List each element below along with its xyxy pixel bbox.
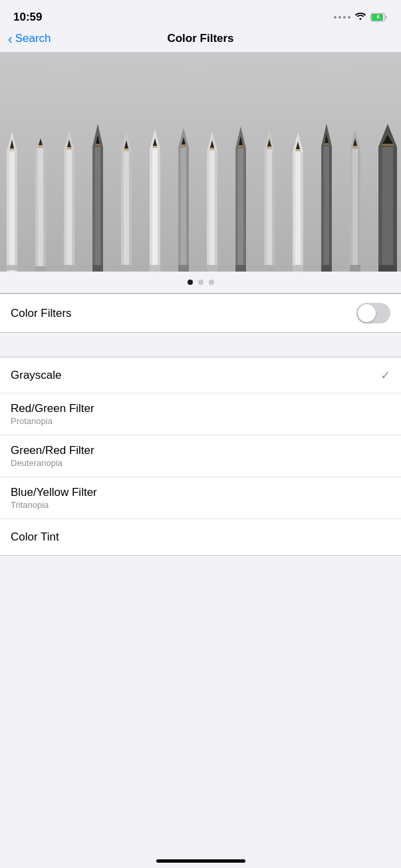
svg-rect-39 — [121, 265, 132, 272]
svg-rect-102 — [378, 265, 397, 272]
indicator-dot-2 — [198, 280, 203, 285]
svg-rect-9 — [7, 152, 9, 272]
svg-rect-74 — [264, 265, 275, 272]
svg-rect-100 — [378, 147, 382, 272]
svg-rect-101 — [393, 147, 397, 272]
svg-rect-59 — [215, 151, 217, 272]
filter-row-grayscale[interactable]: Grayscale ✓ — [0, 357, 401, 393]
filter-sublabel-green-red: Deuteranopia — [11, 458, 94, 468]
svg-rect-79 — [293, 152, 295, 272]
color-filters-row: Color Filters — [0, 294, 401, 332]
svg-rect-88 — [321, 265, 332, 272]
page-title: Color Filters — [167, 32, 233, 45]
svg-rect-81 — [293, 265, 303, 272]
filter-row-content-3: Green/Red Filter Deuteranopia — [11, 444, 94, 468]
section-gap — [0, 333, 401, 345]
pencil-image — [0, 52, 401, 272]
filter-label-grayscale: Grayscale — [11, 369, 62, 382]
svg-rect-87 — [329, 146, 332, 272]
color-filters-label: Color Filters — [11, 307, 72, 320]
svg-rect-53 — [178, 265, 189, 272]
svg-rect-31 — [100, 147, 103, 272]
color-filters-toggle[interactable] — [356, 303, 390, 324]
filter-label-green-red: Green/Red Filter — [11, 444, 94, 457]
filter-row-content: Grayscale — [11, 369, 62, 382]
filter-row-content-4: Blue/Yellow Filter Tritanopia — [11, 486, 97, 510]
nav-bar: ‹ Search Color Filters — [0, 29, 401, 52]
svg-rect-25 — [64, 265, 74, 272]
svg-rect-17 — [43, 148, 46, 272]
wifi-icon — [354, 11, 366, 23]
checkmark-grayscale: ✓ — [380, 368, 390, 383]
filter-row-red-green[interactable]: Red/Green Filter Protanopia — [0, 393, 401, 435]
indicator-dot-3 — [209, 280, 214, 285]
filter-row-color-tint[interactable]: Color Tint — [0, 519, 401, 555]
color-filters-section: Color Filters — [0, 294, 401, 333]
svg-rect-45 — [158, 149, 160, 272]
svg-rect-18 — [35, 266, 46, 272]
bottom-area — [0, 556, 401, 702]
filter-row-blue-yellow[interactable]: Blue/Yellow Filter Tritanopia — [0, 477, 401, 519]
svg-rect-73 — [272, 150, 275, 272]
filter-options-section: Grayscale ✓ Red/Green Filter Protanopia … — [0, 357, 401, 556]
home-indicator — [156, 859, 245, 863]
svg-rect-3 — [0, 52, 401, 272]
status-time: 10:59 — [13, 11, 42, 24]
page-indicator — [0, 272, 401, 293]
filter-label-red-green: Red/Green Filter — [11, 402, 94, 415]
svg-rect-11 — [7, 265, 17, 270]
svg-rect-37 — [121, 152, 124, 272]
battery-icon — [370, 13, 388, 22]
filter-row-green-red[interactable]: Green/Red Filter Deuteranopia — [0, 435, 401, 477]
svg-rect-65 — [235, 148, 238, 272]
svg-rect-44 — [150, 149, 152, 272]
filter-row-content-2: Red/Green Filter Protanopia — [11, 402, 94, 426]
svg-rect-72 — [264, 150, 267, 272]
filter-label-color-tint: Color Tint — [11, 531, 59, 544]
svg-rect-30 — [92, 147, 95, 272]
svg-rect-16 — [35, 148, 38, 272]
svg-rect-46 — [150, 265, 160, 272]
svg-rect-67 — [235, 265, 246, 272]
svg-rect-24 — [72, 150, 74, 272]
status-bar: 10:59 — [0, 0, 401, 29]
svg-rect-94 — [358, 149, 360, 272]
back-button[interactable]: ‹ Search — [8, 32, 51, 45]
back-label: Search — [15, 32, 51, 45]
filter-sublabel-blue-yellow: Tritanopia — [11, 500, 97, 510]
svg-rect-51 — [178, 148, 181, 272]
filter-label-blue-yellow: Blue/Yellow Filter — [11, 486, 97, 499]
svg-rect-32 — [92, 265, 103, 272]
svg-rect-95 — [350, 265, 360, 272]
back-chevron-icon: ‹ — [8, 32, 13, 45]
svg-rect-10 — [15, 152, 17, 272]
svg-rect-80 — [301, 152, 303, 272]
filter-sublabel-red-green: Protanopia — [11, 416, 94, 426]
signal-dots-icon — [334, 16, 350, 19]
svg-rect-93 — [350, 149, 352, 272]
svg-rect-52 — [186, 148, 189, 272]
svg-rect-23 — [64, 150, 67, 272]
toggle-knob — [358, 304, 376, 322]
svg-rect-38 — [129, 152, 132, 272]
svg-rect-58 — [207, 151, 209, 272]
indicator-dot-1 — [188, 280, 193, 285]
svg-rect-86 — [321, 146, 324, 272]
svg-rect-60 — [207, 265, 217, 272]
status-icons — [334, 11, 388, 23]
filter-row-content-5: Color Tint — [11, 531, 59, 544]
svg-rect-66 — [243, 148, 246, 272]
